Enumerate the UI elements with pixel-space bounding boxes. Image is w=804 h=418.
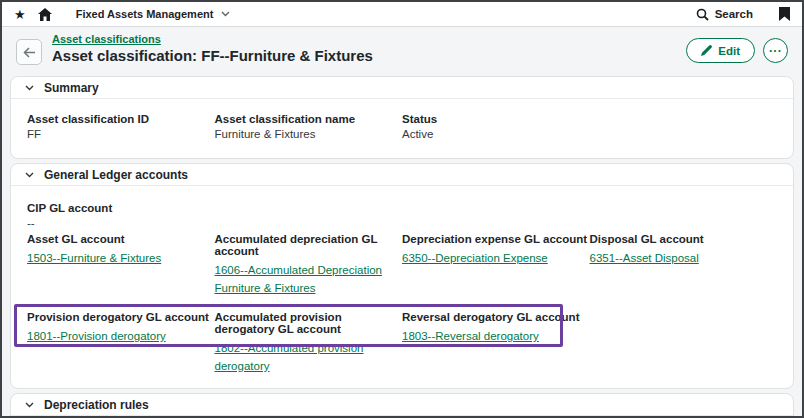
ellipsis-icon: ...: [769, 41, 782, 55]
home-icon[interactable]: [38, 8, 52, 21]
field-label: Asset classification name: [215, 113, 403, 125]
field-depreciation-expense-gl-account: Depreciation expense GL account 6350--De…: [402, 233, 590, 296]
bookmark-icon[interactable]: [779, 7, 790, 21]
chevron-down-icon: [221, 11, 230, 17]
field-label: Provision derogatory GL account: [27, 311, 215, 323]
depreciation-expense-gl-account-link[interactable]: 6350--Depreciation Expense: [402, 252, 548, 264]
search-label: Search: [715, 8, 753, 20]
field-label: Accumulated depreciation GL account: [215, 233, 403, 257]
section-title: Depreciation rules: [44, 398, 149, 412]
general-ledger-accounts-card: General Ledger accounts CIP GL account -…: [10, 163, 794, 389]
summary-fields: Asset classification ID FF Asset classif…: [11, 99, 793, 158]
field-cip-gl-account: CIP GL account --: [27, 202, 215, 229]
header-actions: Edit ...: [686, 38, 788, 63]
chevron-down-icon: [25, 172, 34, 178]
field-label: Asset classification ID: [27, 113, 215, 125]
accumulated-provision-derogatory-gl-account-link[interactable]: 1802--Accumulated provision derogatory: [215, 342, 364, 372]
app-name-label: Fixed Assets Management: [76, 8, 214, 20]
app-switcher[interactable]: Fixed Assets Management: [76, 8, 231, 20]
field-reversal-derogatory-gl-account: Reversal derogatory GL account 1803--Rev…: [402, 311, 590, 374]
section-title: General Ledger accounts: [44, 168, 188, 182]
depreciation-rules-card: Depreciation rules Depreciation ...↑ Dep…: [10, 393, 794, 418]
pencil-icon: [701, 45, 712, 56]
top-navigation-bar: ★ Fixed Assets Management Search: [2, 2, 802, 27]
favorite-star-icon[interactable]: ★: [14, 8, 26, 21]
edit-button-label: Edit: [718, 45, 740, 57]
field-accumulated-provision-derogatory-gl-account: Accumulated provision derogatory GL acco…: [215, 311, 403, 374]
field-status: Status Active: [402, 113, 590, 140]
chevron-down-icon: [25, 402, 34, 408]
gl-accounts-body: CIP GL account -- Asset GL account 1503-…: [11, 186, 793, 388]
summary-card: Summary Asset classification ID FF Asset…: [10, 76, 794, 159]
section-title: Summary: [44, 81, 99, 95]
breadcrumb-asset-classifications[interactable]: Asset classifications: [52, 33, 161, 45]
more-actions-button[interactable]: ...: [763, 38, 788, 63]
app-window: ★ Fixed Assets Management Search Asset c…: [0, 0, 804, 418]
field-label: CIP GL account: [27, 202, 215, 214]
field-label: Depreciation expense GL account: [402, 233, 590, 245]
field-asset-gl-account: Asset GL account 1503--Furniture & Fixtu…: [27, 233, 215, 296]
field-provision-derogatory-gl-account: Provision derogatory GL account 1801--Pr…: [27, 311, 215, 374]
status-value: Active: [402, 128, 590, 140]
field-label: Accumulated provision derogatory GL acco…: [215, 311, 403, 335]
search-icon: [696, 8, 709, 21]
field-value: FF: [27, 128, 215, 140]
depreciation-rules-section-toggle[interactable]: Depreciation rules: [11, 394, 793, 416]
reversal-derogatory-gl-account-link[interactable]: 1803--Reversal derogatory: [402, 330, 539, 342]
page-header: Asset classifications Asset classificati…: [2, 27, 802, 72]
field-asset-classification-id: Asset classification ID FF: [27, 113, 215, 140]
field-accumulated-depreciation-gl-account: Accumulated depreciation GL account 1606…: [215, 233, 403, 296]
page-title: Asset classification: FF--Furniture & Fi…: [52, 47, 373, 64]
asset-gl-account-link[interactable]: 1503--Furniture & Fixtures: [27, 252, 161, 264]
field-label: Disposal GL account: [590, 233, 778, 245]
field-label: Reversal derogatory GL account: [402, 311, 590, 323]
disposal-gl-account-link[interactable]: 6351--Asset Disposal: [590, 252, 699, 264]
summary-section-toggle[interactable]: Summary: [11, 77, 793, 99]
field-label: Asset GL account: [27, 233, 215, 245]
back-button[interactable]: [16, 39, 42, 65]
edit-button[interactable]: Edit: [686, 38, 755, 63]
field-value: Furniture & Fixtures: [215, 128, 403, 140]
back-arrow-icon: [23, 47, 36, 58]
field-value: --: [27, 217, 215, 229]
field-label: Status: [402, 113, 590, 125]
gl-accounts-section-toggle[interactable]: General Ledger accounts: [11, 164, 793, 186]
search-button[interactable]: Search: [696, 8, 753, 21]
field-asset-classification-name: Asset classification name Furniture & Fi…: [215, 113, 403, 140]
provision-derogatory-gl-account-link[interactable]: 1801--Provision derogatory: [27, 330, 166, 342]
accumulated-depreciation-gl-account-link[interactable]: 1606--Accumulated Depreciation Furniture…: [215, 264, 382, 294]
chevron-down-icon: [25, 85, 34, 91]
field-disposal-gl-account: Disposal GL account 6351--Asset Disposal: [590, 233, 778, 296]
